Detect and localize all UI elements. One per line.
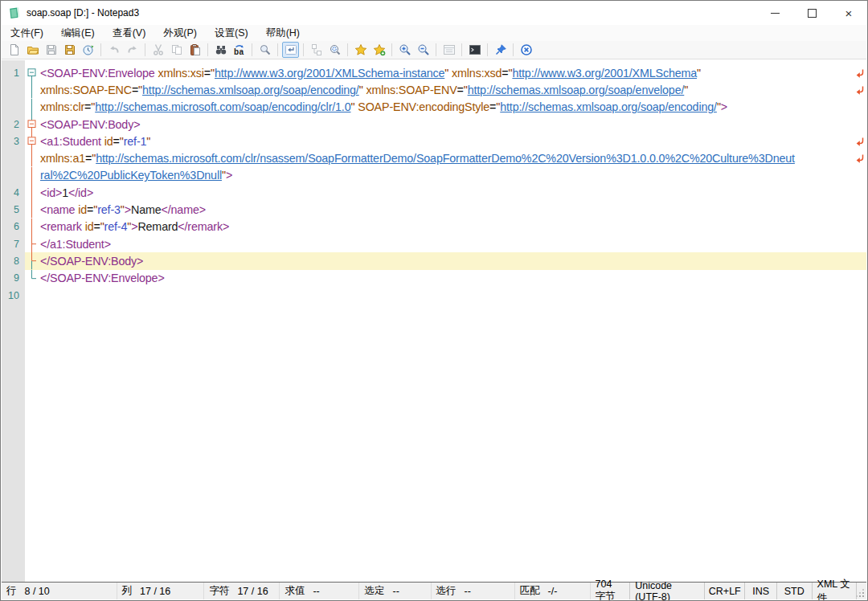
status-line-value: 8 / 10 (25, 586, 50, 597)
menu-appearance[interactable]: 外观(P) (154, 25, 206, 41)
status-eval-value: -- (313, 586, 319, 597)
line-number[interactable]: 9 (2, 272, 25, 284)
add-favorite-button[interactable] (371, 42, 387, 58)
paste-icon (189, 43, 202, 56)
status-selection[interactable]: 选定-- (359, 583, 431, 599)
pin-to-tray-button[interactable] (492, 42, 509, 58)
open-folder-button[interactable] (24, 42, 41, 58)
zoom-select-button[interactable] (326, 42, 343, 58)
fold-toggle-icon[interactable] (25, 64, 39, 81)
favorites-button[interactable] (352, 42, 369, 58)
find-icon (215, 43, 227, 56)
save-as-button[interactable] (61, 42, 78, 58)
save-button[interactable] (43, 42, 59, 58)
toggle-folds-button[interactable] (308, 42, 325, 58)
fold-margin (25, 149, 39, 166)
console-button[interactable] (466, 42, 483, 58)
close-button[interactable]: × (830, 1, 867, 25)
paste-button[interactable] (186, 42, 203, 58)
redo-button[interactable] (124, 42, 141, 58)
new-file-button[interactable] (6, 42, 23, 58)
toolbar-separator (347, 43, 348, 56)
recent-files-button[interactable] (80, 42, 96, 58)
line-number[interactable]: 10 (2, 290, 25, 301)
save-icon (45, 43, 58, 56)
status-std-mode[interactable]: STD (777, 583, 813, 599)
code-line[interactable]: xmlns:SOAP-ENC="http://schemas.xmlsoap.o… (39, 84, 866, 96)
fold-margin (25, 201, 39, 218)
line-number[interactable]: 3 (2, 136, 25, 147)
status-bytes[interactable]: 704 字节 (591, 583, 631, 599)
code-line[interactable]: <remark id="ref-4">Remard</remark> (39, 220, 866, 233)
scheme-config-button[interactable] (440, 42, 457, 58)
word-wrap-button[interactable] (282, 42, 299, 58)
status-bytes-value: 704 字节 (596, 579, 625, 601)
status-file-type[interactable]: XML 文件 (813, 583, 858, 599)
editor-area[interactable]: 1<SOAP-ENV:Envelope xmlns:xsi="http://ww… (2, 60, 866, 583)
status-column[interactable]: 列17 / 16 (117, 583, 205, 599)
code-line[interactable]: ral%2C%20PublicKeyToken%3Dnull"> (39, 169, 866, 182)
code-line[interactable]: <name id="ref-3">Name</name> (39, 203, 866, 216)
fold-margin (25, 184, 39, 201)
minimize-button[interactable] (756, 1, 793, 25)
toggle-folds-icon (310, 43, 323, 56)
status-character[interactable]: 字符17 / 16 (204, 583, 280, 599)
line-number[interactable]: 8 (2, 256, 25, 267)
toolbar-separator (252, 43, 252, 56)
status-column-value: 17 / 16 (140, 586, 170, 597)
code-line[interactable]: </a1:Student> (39, 238, 866, 251)
status-ins-mode[interactable]: INS (745, 583, 777, 599)
maximize-button[interactable] (793, 1, 830, 25)
code-line[interactable]: xmlns:a1="http://schemas.microsoft.com/c… (39, 152, 866, 165)
pin-to-tray-icon (494, 43, 507, 56)
code-line[interactable]: <id>1</id> (39, 186, 866, 199)
status-eol[interactable]: CR+LF (705, 583, 745, 599)
code-line[interactable]: </SOAP-ENV:Envelope> (39, 272, 866, 284)
status-line[interactable]: 行8 / 10 (2, 583, 117, 599)
line-number[interactable]: 2 (2, 119, 25, 130)
menu-edit[interactable]: 编辑(E) (52, 25, 104, 41)
toolbar-separator (303, 43, 304, 56)
menu-settings[interactable]: 设置(S) (206, 25, 257, 41)
line-number[interactable]: 6 (2, 221, 25, 232)
fold-margin (25, 167, 39, 184)
fold-margin (25, 219, 39, 235)
menu-view[interactable]: 查看(V) (104, 25, 155, 41)
zoom-select-icon (329, 43, 342, 56)
open-folder-icon (27, 43, 39, 56)
code-line[interactable]: <a1:Student id="ref-1" (39, 135, 866, 148)
status-eval[interactable]: 求值-- (280, 583, 359, 599)
zoom-in-button[interactable] (396, 42, 413, 58)
exit-button[interactable] (518, 42, 534, 58)
cut-button[interactable] (149, 42, 166, 58)
line-number[interactable]: 4 (2, 187, 25, 198)
status-match[interactable]: 匹配-/- (515, 583, 591, 599)
status-eol-value: CR+LF (709, 586, 741, 597)
line-number[interactable]: 7 (2, 239, 25, 250)
zoom-out-button[interactable] (415, 42, 432, 58)
toolbar-separator (513, 43, 514, 56)
window-controls: × (756, 1, 867, 25)
fold-toggle-icon[interactable] (25, 116, 39, 133)
fold-toggle-icon[interactable] (25, 133, 39, 149)
preview-button[interactable] (256, 42, 273, 58)
code-line[interactable]: </SOAP-ENV:Body> (39, 255, 866, 268)
status-column-label: 列 (122, 584, 133, 598)
code-line[interactable]: <SOAP-ENV:Envelope xmlns:xsi="http://www… (39, 67, 866, 80)
menu-file[interactable]: 文件(F) (2, 25, 52, 41)
editor-rows: 1<SOAP-ENV:Envelope xmlns:xsi="http://ww… (2, 64, 866, 304)
copy-button[interactable] (168, 42, 185, 58)
find-button[interactable] (212, 42, 229, 58)
line-number[interactable]: 1 (2, 67, 25, 79)
notepad3-app-icon (7, 6, 21, 20)
status-sel-lines[interactable]: 选行-- (432, 583, 515, 599)
line-number[interactable]: 5 (2, 204, 25, 215)
code-line[interactable]: <SOAP-ENV:Body> (39, 118, 866, 131)
toolbar-separator (391, 43, 392, 56)
resize-grip[interactable] (857, 583, 866, 599)
undo-button[interactable] (105, 42, 122, 58)
status-encoding[interactable]: Unicode (UTF-8) (630, 583, 705, 599)
menu-help[interactable]: 帮助(H) (257, 25, 309, 41)
replace-button[interactable]: ba (231, 42, 248, 58)
code-line[interactable]: xmlns:clr="http://schemas.microsoft.com/… (39, 100, 866, 113)
